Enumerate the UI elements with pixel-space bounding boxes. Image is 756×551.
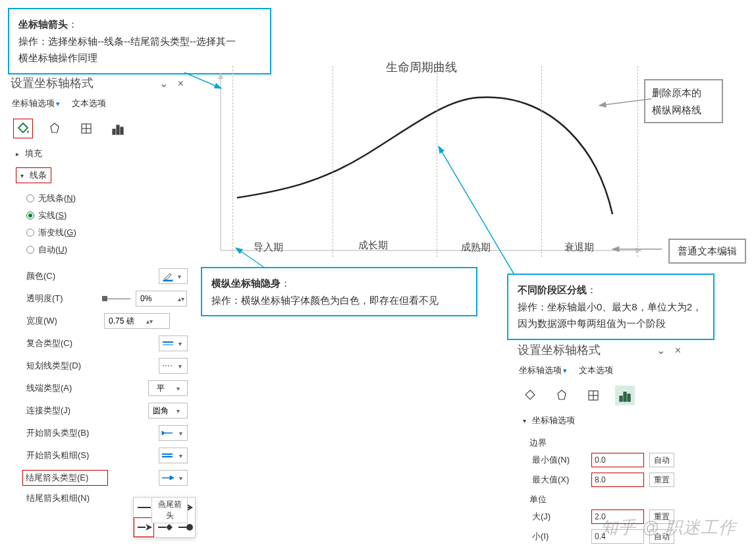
svg-marker-32 bbox=[166, 524, 173, 531]
svg-rect-39 bbox=[620, 396, 622, 401]
line-style-radios: 无线条(N) 实线(S) 渐变线(G) 自动(U) bbox=[7, 187, 188, 265]
radio-gradient-line[interactable]: 渐变线(G) bbox=[26, 224, 188, 241]
svg-marker-35 bbox=[558, 390, 566, 399]
prop-cap: 线端类型(A) ▾ bbox=[7, 377, 188, 399]
arrow-tooltip: 燕尾箭头 bbox=[151, 497, 188, 523]
phase-divider bbox=[637, 66, 638, 257]
prop-color: 颜色(C) ▾ bbox=[7, 265, 188, 287]
section-line[interactable]: ▾ 线条 bbox=[7, 163, 188, 187]
panel-tabs: 坐标轴选项▾ 文本选项 bbox=[7, 94, 188, 113]
unit-header: 单位 bbox=[519, 490, 680, 507]
chevron-down-icon[interactable]: ⌄ bbox=[657, 345, 665, 356]
callout-text-edit: 普通文本编辑 bbox=[668, 239, 746, 264]
cap-select[interactable]: ▾ bbox=[148, 380, 188, 396]
tab-text-options[interactable]: 文本选项 bbox=[579, 364, 613, 376]
panel-header: 设置坐标轴格式 ⌄ × bbox=[514, 339, 685, 361]
watermark: 知乎 @ 职迷工作 bbox=[601, 516, 736, 539]
panel-title: 设置坐标轴格式 bbox=[11, 75, 94, 91]
dash-select[interactable]: ▾ bbox=[159, 358, 188, 374]
panel-header: 设置坐标轴格式 ⌄ × bbox=[7, 72, 188, 94]
begin-size-select[interactable]: ▾ bbox=[159, 448, 188, 463]
close-icon[interactable]: × bbox=[675, 345, 681, 356]
svg-marker-9 bbox=[51, 123, 59, 132]
section-axis-options[interactable]: ▾ 坐标轴选项 bbox=[514, 411, 685, 430]
bounds-header: 边界 bbox=[519, 433, 680, 450]
prop-compound: 复合类型(C) ▾ bbox=[7, 332, 188, 355]
radio-solid-line[interactable]: 实线(S) bbox=[26, 207, 188, 224]
tab-axis-options[interactable]: 坐标轴选项▾ bbox=[519, 364, 567, 376]
close-icon[interactable]: × bbox=[178, 78, 184, 89]
phase-divider bbox=[437, 66, 437, 257]
category-icons bbox=[514, 380, 685, 411]
phase-divider bbox=[232, 66, 233, 257]
svg-rect-40 bbox=[624, 392, 626, 401]
max-input[interactable]: 8.0 bbox=[591, 473, 644, 487]
section-fill[interactable]: ▸ 填充 bbox=[7, 144, 188, 163]
svg-marker-25 bbox=[170, 476, 174, 480]
phase-divider bbox=[541, 66, 542, 257]
callout-phase-lines: 不同阶段区分线： 操作：坐标轴最小0、最大8，单位大为2， 因为数据源中每两组值… bbox=[507, 274, 715, 340]
bar-chart-icon[interactable] bbox=[108, 119, 128, 138]
auto-button[interactable]: 自动 bbox=[649, 453, 674, 467]
min-input[interactable]: 0.0 bbox=[591, 453, 644, 467]
compound-select[interactable]: ▾ bbox=[159, 335, 188, 351]
max-row: 最大值(X) 8.0 重置 bbox=[519, 470, 680, 490]
category-icons bbox=[7, 113, 188, 144]
svg-marker-3 bbox=[635, 248, 642, 253]
prop-end-arrow: 结尾箭头类型(E) ▾ bbox=[7, 467, 188, 489]
prop-width: 宽度(W) ▴▾ bbox=[7, 310, 188, 332]
width-input[interactable]: ▴▾ bbox=[104, 313, 170, 329]
chart-area bbox=[201, 53, 649, 264]
svg-point-34 bbox=[186, 524, 193, 531]
svg-rect-14 bbox=[117, 125, 119, 134]
prop-join: 连接类型(J) ▾ bbox=[7, 399, 188, 422]
prop-dash: 短划线类型(D) ▾ bbox=[7, 355, 188, 377]
fill-line-icon[interactable] bbox=[520, 386, 540, 405]
svg-rect-41 bbox=[628, 394, 630, 401]
x-axis-label: 衰退期 bbox=[564, 241, 594, 254]
panel-title: 设置坐标轴格式 bbox=[518, 342, 601, 358]
radio-auto-line[interactable]: 自动(U) bbox=[26, 241, 188, 258]
tab-axis-options[interactable]: 坐标轴选项▾ bbox=[12, 98, 60, 109]
chevron-down-icon[interactable]: ⌄ bbox=[159, 78, 168, 89]
tab-text-options[interactable]: 文本选项 bbox=[72, 98, 106, 109]
x-axis-label: 成长期 bbox=[358, 239, 388, 252]
prop-opacity: 透明度(T) ▴▾ bbox=[7, 287, 188, 310]
svg-marker-1 bbox=[218, 72, 223, 79]
effects-icon[interactable] bbox=[552, 386, 572, 405]
end-arrow-select[interactable]: ▾ bbox=[159, 470, 188, 486]
opacity-input[interactable]: ▴▾ bbox=[136, 291, 187, 306]
format-axis-panel-left: 设置坐标轴格式 ⌄ × 坐标轴选项▾ 文本选项 ▸ 填充 ▾ 线条 无线条(N)… bbox=[7, 72, 188, 508]
panel-tabs: 坐标轴选项▾ 文本选项 bbox=[514, 361, 685, 380]
effects-icon[interactable] bbox=[45, 119, 65, 138]
fill-line-icon[interactable] bbox=[13, 119, 33, 138]
prop-begin-size: 开始箭头粗细(S) ▾ bbox=[7, 444, 188, 467]
svg-rect-15 bbox=[121, 127, 123, 134]
color-picker[interactable]: ▾ bbox=[159, 268, 188, 284]
min-row: 最小值(N) 0.0 自动 bbox=[519, 450, 680, 470]
bar-chart-icon[interactable] bbox=[615, 386, 635, 405]
prop-begin-arrow: 开始箭头类型(B) ▾ bbox=[7, 422, 188, 444]
callout-remove-gridlines: 删除原本的 横纵网格线 bbox=[644, 79, 723, 123]
size-icon[interactable] bbox=[76, 119, 96, 138]
reset-button[interactable]: 重置 bbox=[649, 473, 674, 487]
svg-rect-13 bbox=[113, 129, 115, 134]
svg-rect-16 bbox=[163, 280, 173, 281]
x-axis-label: 成熟期 bbox=[461, 241, 491, 254]
callout-hide-axis: 横纵坐标轴隐身： 操作：横纵坐标轴字体颜色为白色，即存在但看不见 bbox=[201, 267, 477, 316]
begin-arrow-select[interactable]: ▾ bbox=[159, 425, 188, 441]
radio-no-line[interactable]: 无线条(N) bbox=[26, 190, 188, 207]
phase-divider bbox=[333, 66, 333, 257]
join-select[interactable]: ▾ bbox=[148, 403, 188, 419]
svg-marker-21 bbox=[162, 431, 165, 435]
x-axis-label: 导入期 bbox=[254, 241, 283, 254]
size-icon[interactable] bbox=[583, 386, 603, 405]
